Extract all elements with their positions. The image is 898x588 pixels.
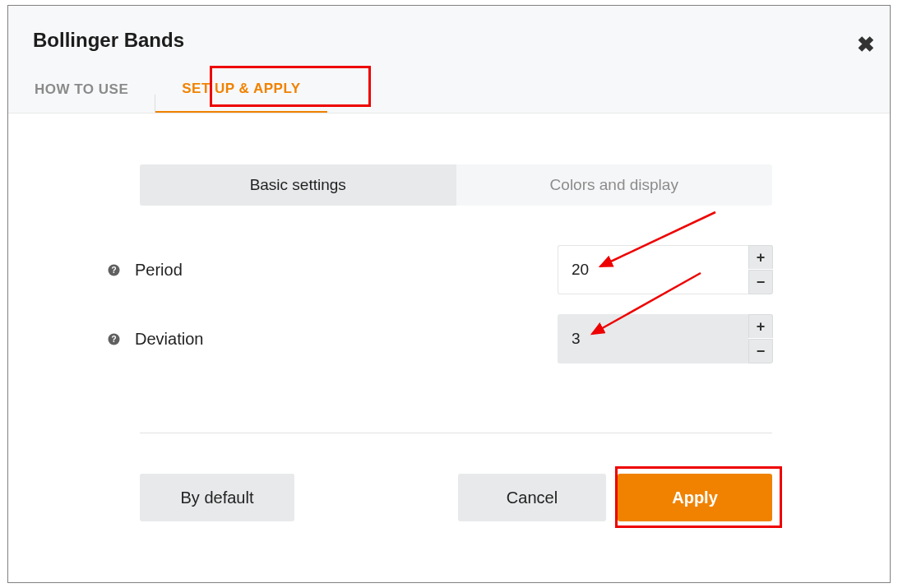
close-icon[interactable]: ✖ bbox=[857, 32, 875, 58]
period-label: Period bbox=[135, 261, 558, 280]
by-default-button[interactable]: By default bbox=[140, 474, 294, 521]
field-row-period: ? Period + − bbox=[107, 245, 773, 294]
settings-segmented-control: Basic settings Colors and display bbox=[140, 164, 772, 206]
deviation-stepper: + − bbox=[748, 314, 773, 363]
dialog-body: Basic settings Colors and display ? Peri… bbox=[8, 113, 890, 582]
segment-colors-display[interactable]: Colors and display bbox=[456, 164, 773, 206]
indicator-settings-dialog: Bollinger Bands ✖ HOW TO USE SET UP & AP… bbox=[7, 5, 891, 583]
segment-basic-settings[interactable]: Basic settings bbox=[140, 164, 456, 206]
dialog-footer: By default Cancel Apply bbox=[140, 474, 772, 521]
svg-text:?: ? bbox=[111, 335, 116, 344]
deviation-input[interactable] bbox=[558, 314, 748, 363]
dialog-title: Bollinger Bands bbox=[33, 29, 184, 52]
deviation-increment-button[interactable]: + bbox=[748, 314, 773, 338]
tab-set-up-apply[interactable]: SET UP & APPLY bbox=[155, 67, 326, 113]
field-row-deviation: ? Deviation + − bbox=[107, 314, 773, 363]
footer-divider bbox=[140, 433, 772, 433]
period-input[interactable] bbox=[558, 245, 748, 294]
deviation-input-group: + − bbox=[558, 314, 773, 363]
header-tabs: HOW TO USE SET UP & APPLY bbox=[8, 67, 327, 113]
period-stepper: + − bbox=[748, 245, 773, 294]
deviation-label: Deviation bbox=[135, 330, 558, 349]
svg-text:?: ? bbox=[111, 266, 116, 275]
help-icon[interactable]: ? bbox=[107, 263, 120, 276]
apply-button[interactable]: Apply bbox=[618, 474, 772, 521]
period-input-group: + − bbox=[558, 245, 773, 294]
period-decrement-button[interactable]: − bbox=[748, 270, 773, 294]
cancel-button[interactable]: Cancel bbox=[458, 474, 606, 521]
tab-how-to-use[interactable]: HOW TO USE bbox=[8, 67, 155, 113]
help-icon[interactable]: ? bbox=[107, 332, 120, 345]
period-increment-button[interactable]: + bbox=[748, 245, 773, 269]
deviation-decrement-button[interactable]: − bbox=[748, 339, 773, 363]
dialog-header: Bollinger Bands ✖ HOW TO USE SET UP & AP… bbox=[8, 6, 890, 113]
